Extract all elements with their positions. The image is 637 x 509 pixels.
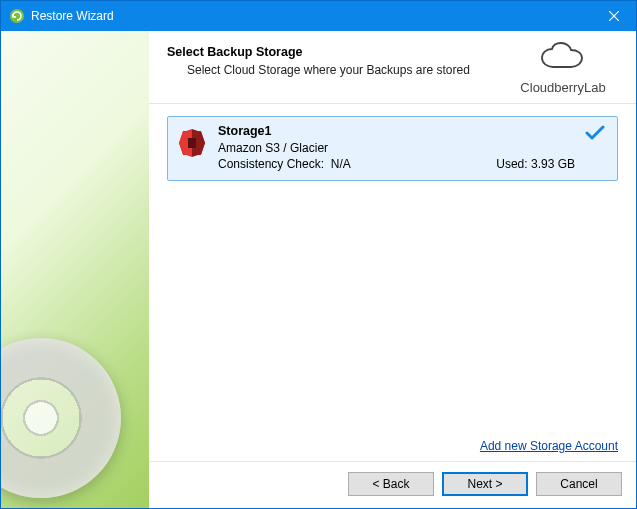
page-subtitle: Select Cloud Storage where your Backups … [167,63,470,77]
cancel-button[interactable]: Cancel [536,472,622,496]
svg-point-0 [10,9,24,23]
close-icon [609,11,619,21]
selected-check-icon [585,125,607,144]
storage-item-storage1[interactable]: Storage1 Amazon S3 / Glacier Consistency… [167,116,618,181]
amazon-s3-icon [176,127,208,159]
wizard-footer: < Back Next > Cancel [149,461,636,508]
window-title: Restore Wizard [31,9,591,23]
consistency-check: Consistency Check: N/A [218,156,351,172]
titlebar: Restore Wizard [1,1,636,31]
back-button[interactable]: < Back [348,472,434,496]
brand: CloudberryLab [508,41,618,95]
storage-used: Used: 3.93 GB [496,156,575,172]
cloud-icon [536,41,590,78]
wizard-main: Select Backup Storage Select Cloud Stora… [149,31,636,508]
svg-rect-6 [188,138,196,148]
storage-name: Storage1 [218,123,575,140]
brand-name: CloudberryLab [520,80,605,95]
disc-icon [1,338,121,498]
close-button[interactable] [591,1,636,31]
wizard-sidebar [1,31,149,508]
storage-type: Amazon S3 / Glacier [218,140,575,156]
next-button[interactable]: Next > [442,472,528,496]
app-icon [9,8,25,24]
storage-list: Storage1 Amazon S3 / Glacier Consistency… [149,104,636,439]
add-storage-account-link[interactable]: Add new Storage Account [480,439,618,453]
wizard-header: Select Backup Storage Select Cloud Stora… [149,31,636,104]
restore-wizard-window: Restore Wizard Select Backup Storage Sel… [0,0,637,509]
page-title: Select Backup Storage [167,45,470,59]
